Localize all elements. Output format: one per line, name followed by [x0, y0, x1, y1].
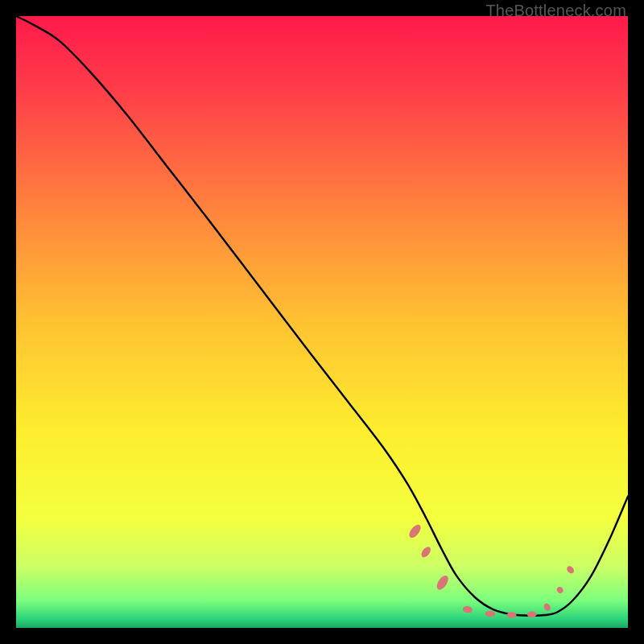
gradient-background [16, 16, 628, 628]
chart-svg [16, 16, 628, 628]
curve-marker [507, 612, 517, 618]
chart-frame: TheBottleneck.com [0, 0, 644, 644]
attribution-label: TheBottleneck.com [485, 2, 626, 20]
plot-area [16, 16, 628, 628]
